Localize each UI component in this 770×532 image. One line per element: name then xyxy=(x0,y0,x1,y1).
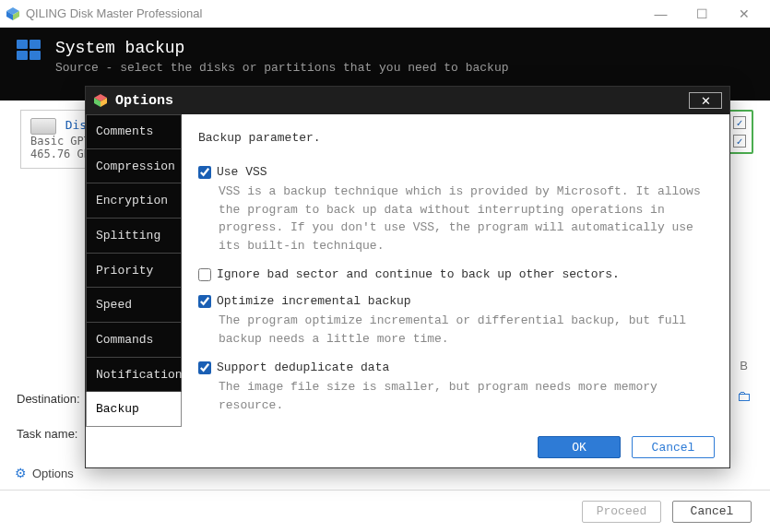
options-sidebar: CommentsCompressionEncryptionSplittingPr… xyxy=(86,114,182,427)
option-checkbox[interactable] xyxy=(198,166,211,179)
backup-option: Support deduplicate dataThe image file s… xyxy=(198,361,715,414)
dialog-cancel-button[interactable]: Cancel xyxy=(632,436,715,458)
options-pane: Backup parameter. Use VSSVSS is a backup… xyxy=(182,114,729,427)
app-icon xyxy=(6,6,20,21)
option-label[interactable]: Use VSS xyxy=(198,165,715,179)
browse-icon[interactable]: 🗀 xyxy=(737,388,752,405)
sidebar-item-splitting[interactable]: Splitting xyxy=(86,219,182,254)
dialog-title: Options xyxy=(115,93,173,109)
option-description: The image file size is smaller, but prog… xyxy=(219,378,715,414)
maximize-button[interactable]: ☐ xyxy=(681,0,723,28)
option-label[interactable]: Ignore bad sector and continue to back u… xyxy=(198,267,715,281)
proceed-button[interactable]: Proceed xyxy=(582,501,661,523)
dialog-close-button[interactable]: ✕ xyxy=(689,92,722,109)
backup-option: Optimize incremental backupThe program o… xyxy=(198,294,715,348)
partition-label: B xyxy=(740,359,748,372)
option-checkbox[interactable] xyxy=(198,268,211,281)
option-text: Ignore bad sector and continue to back u… xyxy=(217,267,620,281)
sidebar-item-commands[interactable]: Commands xyxy=(86,323,182,358)
pane-heading: Backup parameter. xyxy=(198,131,715,145)
sidebar-item-speed[interactable]: Speed xyxy=(86,288,182,323)
gear-icon: ⚙ xyxy=(15,466,27,480)
option-label[interactable]: Optimize incremental backup xyxy=(198,294,715,308)
header-icon xyxy=(17,39,42,61)
ok-button[interactable]: OK xyxy=(538,436,621,458)
option-text: Support deduplicate data xyxy=(217,361,389,374)
partition-checkbox[interactable]: ✓ xyxy=(733,135,746,148)
disk-name: Dis xyxy=(65,118,87,132)
backup-option: Use VSSVSS is a backup technique which i… xyxy=(198,165,715,254)
option-label[interactable]: Support deduplicate data xyxy=(198,361,715,374)
main-titlebar: QILING Disk Master Professional — ☐ ✕ xyxy=(0,0,770,28)
sidebar-item-notification[interactable]: Notification xyxy=(86,358,182,393)
sidebar-item-backup[interactable]: Backup xyxy=(86,392,182,427)
minimize-button[interactable]: — xyxy=(640,0,681,28)
main-footer: Proceed Cancel xyxy=(0,490,770,532)
option-checkbox[interactable] xyxy=(198,295,211,308)
dialog-titlebar: Options ✕ xyxy=(86,87,729,114)
window-title: QILING Disk Master Professional xyxy=(26,6,202,20)
page-subtitle: Source - select the disks or partitions … xyxy=(55,61,508,75)
close-button[interactable]: ✕ xyxy=(723,0,764,28)
page-title: System backup xyxy=(55,39,508,57)
option-description: VSS is a backup technique which is provi… xyxy=(219,183,715,254)
destination-label: Destination: xyxy=(17,392,80,406)
option-text: Optimize incremental backup xyxy=(217,294,411,308)
backup-option: Ignore bad sector and continue to back u… xyxy=(198,267,715,281)
sidebar-item-priority[interactable]: Priority xyxy=(86,254,182,289)
sidebar-item-comments[interactable]: Comments xyxy=(86,114,182,149)
disk-icon xyxy=(30,118,56,135)
option-description: The program optimize incremental or diff… xyxy=(219,312,715,348)
sidebar-item-encryption[interactable]: Encryption xyxy=(86,183,182,219)
task-name-label: Task name: xyxy=(17,427,77,441)
main-cancel-button[interactable]: Cancel xyxy=(672,501,752,523)
options-link[interactable]: ⚙ Options xyxy=(15,466,74,480)
sidebar-item-compression[interactable]: Compression xyxy=(86,149,182,184)
dialog-footer: OK Cancel xyxy=(86,427,729,467)
option-text: Use VSS xyxy=(217,165,267,179)
dialog-icon xyxy=(93,93,108,108)
options-dialog: Options ✕ CommentsCompressionEncryptionS… xyxy=(85,86,730,468)
options-link-label: Options xyxy=(32,467,74,480)
option-checkbox[interactable] xyxy=(198,361,211,374)
partition-checkbox[interactable]: ✓ xyxy=(733,116,746,129)
